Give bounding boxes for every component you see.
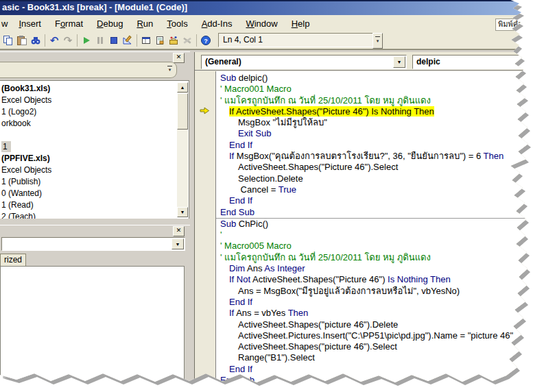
properties-content bbox=[0, 266, 185, 382]
code-line: If MsgBox("คุณต้องการลบตราโรงเรียน?", 36… bbox=[216, 151, 544, 162]
code-window: (General) ▼ delpic Sub delpic()' Macro00… bbox=[194, 52, 544, 392]
code-line: ' Macro001 Macro bbox=[216, 84, 544, 95]
code-line: End If bbox=[216, 364, 544, 375]
code-line: ' bbox=[216, 230, 544, 241]
window-titlebar: asic - Book31.xls [break] - [Module1 (Co… bbox=[0, 0, 544, 15]
toolbar-separator bbox=[77, 34, 78, 47]
tree-item[interactable]: 1 (Publish) bbox=[0, 176, 177, 188]
margin-indicator-bar[interactable] bbox=[195, 71, 216, 392]
tree-item[interactable]: 0 (Wanted) bbox=[0, 188, 177, 199]
scroll-up-icon[interactable]: ▲ bbox=[177, 82, 188, 93]
design-mode-icon[interactable] bbox=[121, 34, 134, 47]
menu-run[interactable]: Run bbox=[130, 16, 160, 31]
tree-item[interactable]: Excel Objects bbox=[0, 95, 177, 106]
code-line: ActiveSheet.Shapes("Picture 46").Select bbox=[216, 162, 544, 173]
tree-item[interactable]: (Book31.xls) bbox=[0, 83, 177, 95]
code-line: End Sub bbox=[216, 207, 544, 218]
tree-item[interactable]: 1 bbox=[0, 141, 177, 153]
code-line: If ActiveSheet.Shapes("Picture 46") Is N… bbox=[216, 106, 544, 117]
code-line: End If bbox=[216, 195, 544, 206]
toolbar-separator bbox=[45, 34, 45, 47]
run-icon[interactable] bbox=[80, 34, 93, 47]
code-line: Selection.Delete bbox=[216, 173, 544, 184]
code-line: Cancel = True bbox=[216, 184, 544, 195]
chevron-down-icon[interactable]: ▼ bbox=[393, 56, 405, 68]
tree-item[interactable]: 2 (Teach) bbox=[0, 211, 177, 219]
procedure-dropdown-value: delpic bbox=[416, 57, 440, 66]
copy-icon[interactable] bbox=[1, 34, 15, 47]
tree-item[interactable]: orkbook bbox=[0, 118, 177, 130]
vbe-window: asic - Book31.xls [break] - [Module1 (Co… bbox=[0, 0, 544, 392]
properties-close-icon[interactable]: ✕ bbox=[173, 226, 185, 236]
properties-object-dropdown[interactable]: ▼ bbox=[1, 237, 185, 251]
tree-item[interactable]: 1 (Logo2) bbox=[0, 106, 177, 118]
code-line: ActiveSheet.Pictures.Insert("C:\PP51\pic… bbox=[216, 330, 544, 341]
project-toolbar: ▾ bbox=[0, 62, 177, 78]
tree-item[interactable]: (PPFIVE.xls) bbox=[0, 153, 177, 164]
project-explorer-icon[interactable] bbox=[139, 34, 153, 47]
svg-text:?: ? bbox=[204, 37, 208, 44]
project-explorer: (Book31.xls)Excel Objects1 (Logo2)orkboo… bbox=[0, 80, 189, 219]
code-line: ' แมโครถูกบันทึก ณ วันที่ 25/10/2011 โดย… bbox=[216, 252, 544, 263]
scrollbar-thumb[interactable] bbox=[177, 93, 188, 130]
code-line: MsgBox "ไม่มีรูปให้ลบ" bbox=[216, 117, 544, 128]
scroll-down-icon[interactable]: ▼ bbox=[177, 207, 188, 217]
menubar: wInsertFormatDebugRunToolsAdd-InsWindowH… bbox=[0, 15, 544, 32]
menubar-items: wInsertFormatDebugRunToolsAdd-InsWindowH… bbox=[0, 16, 316, 31]
toolbar-separator bbox=[196, 34, 197, 47]
code-line: Ans = MsgBox("มีรูปอยู่แล้วต้องการลบหรือ… bbox=[216, 286, 544, 297]
code-body: Sub delpic()' Macro001 Macro' แมโครถูกบั… bbox=[195, 70, 544, 392]
project-close-icon[interactable]: ✕ bbox=[173, 53, 185, 63]
menu-add-ins[interactable]: Add-Ins bbox=[195, 16, 239, 31]
tree-item[interactable]: Excel Objects bbox=[0, 164, 177, 176]
help-icon[interactable]: ? bbox=[199, 34, 213, 47]
find-icon[interactable] bbox=[29, 34, 43, 47]
code-line: Exit Sub bbox=[216, 128, 544, 139]
undo-icon[interactable]: ↶ bbox=[47, 34, 61, 47]
code-line: Dim Ans As Integer bbox=[216, 263, 544, 274]
menu-view-fragment[interactable]: w bbox=[0, 16, 12, 31]
code-lines: Sub delpic()' Macro001 Macro' แมโครถูกบั… bbox=[216, 73, 544, 386]
menu-window[interactable]: Window bbox=[239, 16, 284, 31]
tree-item[interactable] bbox=[0, 130, 177, 141]
window-title: asic - Book31.xls [break] - [Module1 (Co… bbox=[2, 2, 187, 12]
tab-categorized[interactable]: rized bbox=[0, 254, 26, 266]
paste-icon[interactable] bbox=[15, 34, 29, 47]
project-tree: (Book31.xls)Excel Objects1 (Logo2)orkboo… bbox=[0, 83, 177, 219]
break-icon bbox=[93, 34, 107, 47]
options-icon bbox=[180, 34, 194, 47]
vbe-screenshot: asic - Book31.xls [break] - [Module1 (Co… bbox=[0, 0, 544, 392]
code-line: ActiveSheet.Shapes("picture 46").Delete bbox=[216, 319, 544, 330]
project-scrollbar[interactable]: ▲ ▼ bbox=[177, 82, 188, 217]
code-line: If Not ActiveSheet.Shapes("Picture 46") … bbox=[216, 274, 544, 285]
reset-icon[interactable] bbox=[107, 34, 121, 47]
code-line: End If bbox=[216, 297, 544, 308]
tree-item[interactable]: 1 (Read) bbox=[0, 199, 177, 211]
toolbar-separator bbox=[137, 34, 137, 47]
toolbar-options-chevron[interactable]: ▾ bbox=[372, 33, 383, 49]
properties-window-icon[interactable] bbox=[153, 34, 167, 47]
toolbox-icon[interactable] bbox=[167, 34, 180, 47]
code-line: Sub delpic() bbox=[216, 73, 544, 84]
code-line: ' Macro005 Macro bbox=[216, 241, 544, 252]
menu-debug[interactable]: Debug bbox=[90, 16, 130, 31]
object-dropdown[interactable]: (General) ▼ bbox=[201, 55, 407, 69]
code-line: End If bbox=[216, 140, 544, 151]
menu-tools[interactable]: Tools bbox=[160, 16, 194, 31]
menu-insert[interactable]: Insert bbox=[12, 16, 48, 31]
code-line: If Ans = vbYes Then bbox=[216, 308, 544, 319]
code-combo-row: (General) ▼ delpic bbox=[195, 52, 544, 70]
code-line: ActiveSheet.Shapes("picture 46").Select bbox=[216, 341, 544, 352]
menu-help[interactable]: Help bbox=[285, 16, 317, 31]
object-dropdown-value: (General) bbox=[205, 57, 241, 66]
properties-panel-titlebar: ✕ bbox=[0, 225, 190, 236]
code-editor[interactable]: Sub delpic()' Macro001 Macro' แมโครถูกบั… bbox=[216, 71, 544, 392]
line-column-indicator: Ln 4, Col 1 bbox=[218, 33, 377, 47]
chevron-down-icon[interactable]: ▾ bbox=[167, 66, 172, 72]
chevron-down-icon[interactable]: ▼ bbox=[172, 238, 184, 249]
code-line: ' แมโครถูกบันทึก ณ วันที่ 25/10/2011 โดย… bbox=[216, 95, 544, 106]
menu-format[interactable]: Format bbox=[48, 16, 90, 31]
execution-point-arrow-icon bbox=[200, 107, 210, 114]
redo-icon: ↷ bbox=[61, 34, 75, 47]
code-line: Range("B1").Select bbox=[216, 352, 544, 363]
